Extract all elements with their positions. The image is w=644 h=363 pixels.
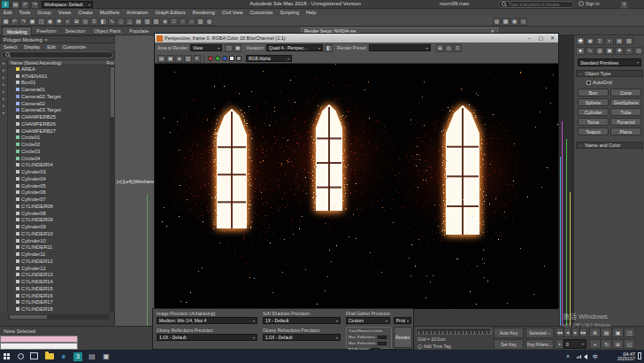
task-view-icon[interactable] xyxy=(30,352,38,359)
tab-create[interactable]: ✚ xyxy=(576,37,585,45)
object-type-rollout[interactable]: Object Type xyxy=(576,70,643,77)
render-preset-dropdown[interactable] xyxy=(369,44,431,51)
viewport-menu-plus[interactable]: [+] xyxy=(117,179,122,184)
category-space-warps-icon[interactable]: ≈ xyxy=(625,47,633,55)
cortana-search-icon[interactable] xyxy=(18,353,24,359)
scene-object-row[interactable]: Circle01 xyxy=(8,135,110,142)
soft-shadows-dropdown[interactable]: 1X - Default xyxy=(263,317,341,324)
menu-views[interactable]: Views xyxy=(55,9,75,17)
render-setup-icon[interactable]: ⊞ xyxy=(436,44,444,52)
viewport-menu-shading[interactable]: [Wireframe] xyxy=(134,179,154,184)
orbit-icon[interactable]: ↻ xyxy=(601,339,612,349)
material-editor-icon[interactable]: ◍ xyxy=(493,18,501,26)
render-button[interactable]: Render xyxy=(394,327,412,348)
final-gather-dropdown[interactable]: Custom xyxy=(346,317,390,324)
redo-icon[interactable]: ◳ xyxy=(37,18,45,26)
notification-center-icon[interactable] xyxy=(638,352,641,359)
ribbon-section-header[interactable]: Polygon Modeling ▾ xyxy=(0,35,115,43)
rendered-frame-window-icon[interactable]: ◉ xyxy=(510,18,518,26)
scene-object-row[interactable]: CHAMFERB27 xyxy=(8,127,110,135)
glossy-reflections-dropdown[interactable]: 1.0X - Default xyxy=(157,334,257,341)
track-bar[interactable] xyxy=(416,328,492,335)
key-mode-icon[interactable]: ● xyxy=(556,339,564,349)
scene-object-row[interactable]: CYLINDER09 xyxy=(8,217,110,224)
snaps-toggle-icon[interactable]: ▧ xyxy=(152,18,160,26)
tray-chevron-icon[interactable]: ∧ xyxy=(566,353,570,359)
display-lights-icon[interactable]: ▪ xyxy=(1,89,6,95)
scene-object-row[interactable]: ATHENA01 xyxy=(8,73,110,80)
lock-viewport-icon[interactable]: ◧ xyxy=(325,44,333,52)
print-image-icon[interactable]: ▥ xyxy=(184,55,192,63)
display-all-icon[interactable]: ▪ xyxy=(1,68,6,73)
app-icon-5[interactable]: ▣ xyxy=(101,351,111,361)
scene-object-row[interactable]: CYLINDER17 xyxy=(8,299,110,306)
selection-filter-icon[interactable]: ◉ xyxy=(46,18,54,26)
3ds-max-icon[interactable]: 3 xyxy=(73,351,83,361)
maxscript-mini-listener-white[interactable] xyxy=(0,343,78,350)
undo-icon[interactable]: ▣ xyxy=(28,18,36,26)
ribbon-tab-freeform[interactable]: Freeform xyxy=(32,27,60,35)
display-cameras-icon[interactable]: ▪ xyxy=(1,97,6,102)
menu-civil-view[interactable]: Civil View xyxy=(218,9,247,17)
autogrid-checkbox[interactable] xyxy=(586,81,591,85)
name-and-color-rollout[interactable]: Name and Color xyxy=(576,142,643,149)
edge-browser-icon[interactable]: e xyxy=(58,351,69,361)
close-icon[interactable]: ✕ xyxy=(547,35,558,42)
zoom-extents-icon[interactable]: ▣ xyxy=(612,328,624,337)
scene-object-row[interactable]: CHAMFERB26 xyxy=(8,120,110,127)
area-to-render-dropdown[interactable]: View xyxy=(190,44,222,51)
select-object-icon[interactable]: ✚ xyxy=(55,18,63,26)
scene-object-row[interactable]: AREA xyxy=(8,66,110,73)
zoom-icon[interactable]: ⊕ xyxy=(589,328,601,337)
menu-modifiers[interactable]: Modifiers xyxy=(96,9,123,17)
go-to-end-icon[interactable]: ▶▶ xyxy=(579,328,587,337)
create-teapot-button[interactable]: Teapot xyxy=(578,127,609,135)
previous-frame-icon[interactable]: ◀ xyxy=(564,328,571,337)
viewport-dropdown[interactable]: Quad 4 - Perspec... xyxy=(266,44,323,51)
scene-object-row[interactable]: Circle03 xyxy=(8,148,110,155)
copy-image-icon[interactable]: ▣ xyxy=(166,55,174,63)
clock[interactable]: 04:47 2015/1/17 xyxy=(605,351,635,361)
render-production-icon[interactable]: ◎ xyxy=(519,18,527,26)
selection-set-dropdown[interactable]: Selected xyxy=(525,328,554,338)
tab-utilities[interactable]: ▨ xyxy=(625,37,633,45)
create-torus-button[interactable]: Torus xyxy=(578,118,609,126)
scene-object-row[interactable]: Cylinder10 xyxy=(8,237,110,244)
monochrome-icon[interactable] xyxy=(236,56,242,61)
file-explorer-ic0n[interactable] xyxy=(44,351,55,361)
clear-image-icon[interactable]: ✕ xyxy=(193,55,201,63)
use-pivot-point-center-icon[interactable]: △ xyxy=(126,18,134,26)
bind-to-space-warp-icon[interactable]: ↷ xyxy=(19,18,27,26)
render-mode-dropdown[interactable]: Production xyxy=(394,317,411,324)
vertical-scrollbar[interactable] xyxy=(110,66,115,313)
display-space-warps-icon[interactable]: ▪ xyxy=(1,111,6,116)
redo-icon[interactable]: ↷ xyxy=(31,1,39,9)
select-by-name-icon[interactable]: ◐ xyxy=(64,18,72,26)
category-lights-icon[interactable]: ◍ xyxy=(595,47,604,55)
category-systems-icon[interactable]: ◎ xyxy=(634,47,643,55)
undo-icon[interactable]: ↶ xyxy=(21,1,29,9)
viewport-right[interactable] xyxy=(559,33,573,326)
scene-object-row[interactable]: CYLINDER04 xyxy=(8,162,110,169)
field-of-view-icon[interactable]: ◱ xyxy=(624,339,635,349)
scrollbar-thumb[interactable] xyxy=(10,315,47,319)
create-cylinder-button[interactable]: Cylinder xyxy=(578,108,609,116)
minimize-icon[interactable]: – xyxy=(524,35,535,42)
edit-region-icon[interactable]: ◳ xyxy=(225,44,233,52)
workspace-dropdown[interactable]: Workspace: Default xyxy=(42,1,93,8)
display-geometry-icon[interactable]: ▪ xyxy=(1,75,6,81)
menu-customize[interactable]: Customize xyxy=(247,9,277,17)
scene-object-row[interactable]: Camera03.Target xyxy=(8,107,110,114)
scene-explorer-search-input[interactable] xyxy=(12,52,110,58)
image-precision-dropdown[interactable]: Medium: Min 1/4, Max 4 xyxy=(157,317,257,324)
menu-group[interactable]: Group xyxy=(34,9,54,17)
scene-object-row[interactable]: Cylinder06 xyxy=(8,189,110,197)
scene-object-row[interactable]: CYLINDER10 xyxy=(8,230,110,237)
pan-view-icon[interactable]: + xyxy=(589,339,601,349)
tab-modify[interactable]: ◉ xyxy=(586,37,594,45)
volume-icon[interactable] xyxy=(584,354,587,359)
ribbon-tab-selection[interactable]: Selection xyxy=(61,27,90,35)
environment-icon[interactable]: ◎ xyxy=(445,44,453,52)
maximize-icon[interactable]: ▢ xyxy=(535,35,547,42)
create-geosphere-button[interactable]: GeoSphere xyxy=(610,98,641,106)
